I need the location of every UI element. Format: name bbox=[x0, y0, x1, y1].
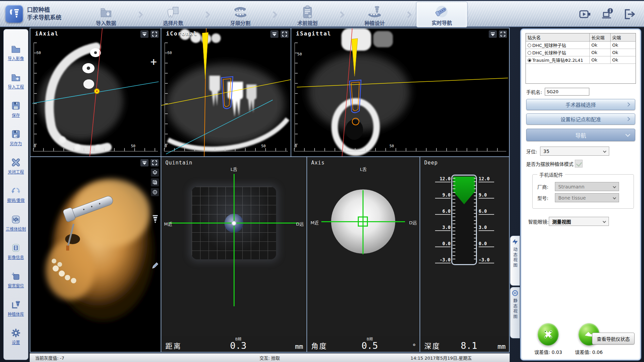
svg-text:50: 50 bbox=[36, 51, 41, 55]
implant-toggle-icon[interactable] bbox=[152, 214, 159, 225]
top-bar: 口腔种植 手术导航系统 导入数据 选择片数 牙 bbox=[0, 0, 644, 27]
drill-table-container: 钻头名 长尖端 尖端 DHC_短球种子钻 Ok Ok DHC_长球种子钻 bbox=[526, 33, 636, 84]
axial-crosshair-tool-icon[interactable]: + bbox=[150, 57, 157, 67]
tab-static-view[interactable]: 静态视图 bbox=[510, 287, 520, 338]
volume-layout-dropdown-icon[interactable] bbox=[140, 159, 149, 166]
radio-icon[interactable] bbox=[528, 58, 531, 62]
session-info-icon[interactable] bbox=[601, 8, 614, 21]
distal-label: D远 bbox=[409, 219, 417, 226]
sidebar-item-window-level[interactable]: 窗宽窗位 bbox=[8, 271, 24, 288]
jaw-segmentation-icon bbox=[233, 4, 248, 19]
model-select[interactable]: Bone tissue bbox=[555, 193, 619, 202]
chevron-right-icon bbox=[626, 117, 630, 121]
sidebar-item-image-info[interactable]: 影像信息 bbox=[8, 243, 24, 260]
marker-registration-button[interactable]: 设置标记点和配准 bbox=[526, 113, 635, 125]
svg-text:0: 0 bbox=[34, 144, 36, 148]
close-project-icon bbox=[11, 157, 21, 167]
panel-title: Deep bbox=[424, 160, 438, 166]
distance-readout: 距离 B颊0.3 mm bbox=[161, 336, 306, 352]
sagittal-fullscreen-icon[interactable] bbox=[499, 30, 507, 38]
drill-row[interactable]: Trausim_先锋钻Φ2.2L41 Ok Ok bbox=[526, 56, 636, 64]
navigation-section-button[interactable]: 导航 bbox=[526, 129, 635, 141]
axial-layout-dropdown-icon[interactable] bbox=[140, 30, 149, 38]
implant-mode-checkbox[interactable] bbox=[575, 160, 583, 167]
col-drill-name[interactable]: 钻头名 bbox=[526, 33, 590, 42]
implant-mode-label: 是否为摆放种植体模式 bbox=[526, 160, 573, 167]
sidebar-item-implant-library[interactable]: 种植体库 bbox=[8, 300, 24, 317]
axis-target-square bbox=[358, 216, 368, 227]
tool-calibration-button[interactable] bbox=[538, 323, 559, 345]
image-info-icon bbox=[11, 243, 21, 253]
svg-text:50: 50 bbox=[390, 144, 394, 148]
handpiece-adapter-group: 手机适配件 厂商: Straumann 型号: Bone tissue bbox=[532, 174, 634, 209]
step-jaw-segmentation[interactable]: 牙颌分割 bbox=[215, 2, 266, 27]
coronal-fullscreen-icon[interactable] bbox=[280, 30, 289, 38]
panel-title: Axis bbox=[311, 160, 325, 166]
step-preop-planning[interactable]: 术前规划 bbox=[282, 2, 333, 27]
sidebar-item-close-project[interactable]: 关闭工程 bbox=[8, 157, 24, 175]
step-label: 实时导航 bbox=[432, 19, 452, 26]
undo-redo-icon bbox=[11, 186, 21, 196]
coronal-layout-dropdown-icon[interactable] bbox=[270, 30, 278, 38]
panel-quintain[interactable]: Quintain L舌 M近 D远 距离 B颊0.3 mm bbox=[161, 157, 306, 352]
vendor-label: 厂商: bbox=[537, 183, 555, 190]
drill-row[interactable]: DHC_长球种子钻 Ok Ok bbox=[526, 49, 636, 56]
svg-text:0: 0 bbox=[295, 144, 297, 148]
col-long-tip[interactable]: 长尖端 bbox=[590, 33, 611, 42]
sidebar-item-settings[interactable]: 设置 bbox=[11, 328, 21, 345]
axial-fullscreen-icon[interactable] bbox=[151, 30, 159, 38]
navigator-status-button[interactable]: 查看导航仪状态 bbox=[592, 333, 635, 344]
handpiece-name-input[interactable] bbox=[545, 88, 589, 96]
viewport-title: iCoronal bbox=[166, 30, 197, 37]
chevron-down-icon bbox=[625, 132, 630, 137]
drill-row[interactable]: DHC_短球种子钻 Ok Ok bbox=[526, 42, 636, 49]
exit-icon[interactable] bbox=[623, 8, 636, 21]
sidebar-item-undo-redo[interactable]: 撤销/重做 bbox=[7, 186, 25, 203]
step-import-data[interactable]: 导入数据 bbox=[80, 2, 132, 27]
topbar-actions bbox=[579, 8, 636, 21]
layers-icon[interactable] bbox=[151, 169, 159, 177]
col-tip[interactable]: 尖端 bbox=[610, 33, 636, 42]
sidebar-item-import-image[interactable]: 导入影像 bbox=[8, 44, 24, 61]
implant-library-icon bbox=[11, 300, 21, 310]
volume-fullscreen-icon[interactable] bbox=[151, 159, 159, 166]
step-select-slices[interactable]: 选择片数 bbox=[147, 2, 199, 27]
sidebar-item-save-as[interactable]: 另存为 bbox=[10, 129, 22, 146]
video-record-icon[interactable] bbox=[579, 8, 591, 21]
sagittal-ct-image: 0 50 50 bbox=[291, 28, 509, 156]
instrument-select-button[interactable]: 手术器械选择 bbox=[526, 99, 635, 110]
step-separator-icon bbox=[405, 11, 412, 18]
viewport-coronal[interactable]: 0 50 50 iCoronal bbox=[161, 28, 291, 156]
workflow-steps: 导入数据 选择片数 牙颌分割 术前规划 bbox=[80, 1, 467, 28]
step-realtime-navigation[interactable]: 实时导航 bbox=[416, 2, 467, 27]
panel-axis[interactable]: Axis L舌 M近 D远 角度 B颊0.5 ° bbox=[307, 157, 420, 352]
angle-readout: 角度 B颊0.5 ° bbox=[307, 336, 420, 352]
sidebar-item-import-project[interactable]: 导入工程 bbox=[8, 72, 24, 89]
sidebar-item-save[interactable]: 保存 bbox=[11, 101, 21, 118]
coronal-ct-image: 0 50 50 bbox=[161, 28, 291, 156]
viewport-3d-volume[interactable] bbox=[30, 157, 161, 352]
radio-icon[interactable] bbox=[528, 44, 531, 47]
tooth-position-label: 牙位: bbox=[526, 148, 537, 155]
viewport-axial[interactable]: 0 50 50 iAxial + bbox=[30, 28, 161, 156]
drill-table: 钻头名 长尖端 尖端 DHC_短球种子钻 Ok Ok DHC_长球种子钻 bbox=[526, 33, 636, 64]
smart-glasses-select[interactable]: 测量视图 bbox=[549, 217, 609, 226]
step-implant-design[interactable]: 种植设计 bbox=[349, 2, 400, 27]
app-window: 口腔种植 手术导航系统 导入数据 选择片数 牙 bbox=[0, 0, 644, 362]
chevron-right-icon bbox=[626, 102, 630, 107]
vendor-select[interactable]: Straumann bbox=[555, 182, 619, 191]
viewport-title: iAxial bbox=[35, 30, 59, 37]
dynamic-view-icon bbox=[512, 239, 518, 245]
sagittal-layout-dropdown-icon[interactable] bbox=[489, 30, 497, 38]
visibility-icon[interactable] bbox=[151, 188, 159, 196]
clip-plane-icon[interactable] bbox=[151, 178, 159, 186]
tab-dynamic-view[interactable]: 动态视图 bbox=[510, 236, 520, 286]
viewport-sagittal[interactable]: 0 50 50 iSagittal bbox=[291, 28, 509, 156]
edit-pencil-icon[interactable] bbox=[152, 262, 159, 270]
tooth-position-select[interactable]: 35 bbox=[540, 147, 609, 156]
sidebar-item-volume-render[interactable]: 三维体绘制 bbox=[6, 214, 26, 232]
radio-icon[interactable] bbox=[528, 51, 531, 55]
panel-deep[interactable]: Deep 12.0 9.0 6.0 3.0 0.0 -3.0 12.0 9 bbox=[420, 157, 509, 352]
volume-render-image bbox=[30, 157, 161, 352]
panel-title: Quintain bbox=[165, 160, 192, 166]
